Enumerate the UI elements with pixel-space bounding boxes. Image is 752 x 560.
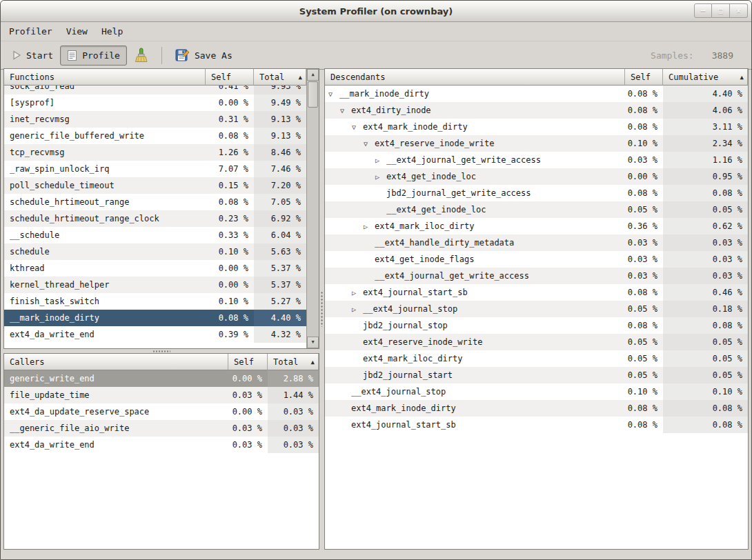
descendant-name-cell: ext4_journal_start_sb bbox=[325, 417, 625, 433]
table-row[interactable]: ext4_da_write_end 0.03 % 0.03 % bbox=[4, 437, 319, 453]
table-row[interactable]: _raw_spin_unlock_irq 7.07 % 7.46 % bbox=[4, 161, 306, 177]
tree-row[interactable]: ext4_reserve_inode_write 0.05 % 0.05 % bbox=[325, 334, 748, 350]
table-row[interactable]: file_update_time 0.03 % 1.44 % bbox=[4, 387, 319, 403]
table-row[interactable]: finish_task_switch 0.10 % 5.27 % bbox=[4, 293, 306, 310]
vertical-splitter[interactable] bbox=[319, 68, 324, 550]
scroll-up-button[interactable]: ▲ bbox=[307, 69, 319, 81]
tree-row[interactable]: jbd2_journal_get_write_access 0.08 % 0.0… bbox=[325, 185, 748, 201]
self-column-header[interactable]: Self bbox=[206, 69, 254, 86]
close-button[interactable]: ✕ bbox=[730, 3, 748, 18]
tree-row[interactable]: ext4_mark_inode_dirty 0.08 % 0.08 % bbox=[325, 400, 748, 417]
self-percent-cell: 0.23 % bbox=[206, 210, 254, 227]
descendant-name-cell: ext4_mark_inode_dirty bbox=[325, 400, 625, 417]
expander-icon[interactable]: ▷ bbox=[375, 169, 386, 185]
table-row[interactable]: ext4_da_update_reserve_space 0.00 % 0.03… bbox=[4, 403, 319, 420]
table-row[interactable]: generic_write_end 0.00 % 2.88 % bbox=[4, 370, 319, 387]
tree-row[interactable]: jbd2_journal_stop 0.08 % 0.08 % bbox=[325, 317, 748, 334]
descendant-name-cell: ▷ext4_mark_iloc_dirty bbox=[325, 218, 625, 234]
cumulative-percent-cell: 0.62 % bbox=[663, 218, 748, 234]
titlebar[interactable]: System Profiler (on crownbay) – □ ✕ bbox=[1, 1, 751, 22]
scroll-down-button[interactable]: ▼ bbox=[307, 337, 319, 348]
table-row[interactable]: __schedule 0.33 % 6.04 % bbox=[4, 227, 306, 243]
start-button[interactable]: Start bbox=[5, 46, 60, 65]
descendant-name-cell: ext4_get_inode_flags bbox=[325, 251, 625, 268]
table-row[interactable]: poll_schedule_timeout 0.15 % 7.20 % bbox=[4, 177, 306, 194]
tree-row[interactable]: ▷__ext4_journal_get_write_access 0.03 % … bbox=[325, 152, 748, 168]
expander-icon[interactable]: ▽ bbox=[328, 86, 339, 102]
table-row[interactable]: schedule_hrtimeout_range 0.08 % 7.05 % bbox=[4, 194, 306, 210]
expander-icon[interactable]: ▷ bbox=[375, 152, 386, 168]
table-row[interactable]: __generic_file_aio_write 0.03 % 0.03 % bbox=[4, 420, 319, 437]
descendant-name-cell: jbd2_journal_get_write_access bbox=[325, 185, 625, 201]
descendant-name-cell: jbd2_journal_stop bbox=[325, 317, 625, 334]
tree-row[interactable]: ▷__ext4_journal_stop 0.05 % 0.18 % bbox=[325, 301, 748, 317]
table-row[interactable]: generic_file_buffered_write 0.08 % 9.13 … bbox=[4, 128, 306, 144]
expander-icon[interactable]: ▽ bbox=[364, 136, 375, 152]
tree-row[interactable]: ▽ext4_mark_inode_dirty 0.08 % 3.11 % bbox=[325, 119, 748, 135]
cumulative-percent-cell: 4.40 % bbox=[663, 86, 748, 102]
clear-button[interactable] bbox=[127, 43, 155, 68]
function-name-cell: _raw_spin_unlock_irq bbox=[4, 161, 206, 177]
tree-row[interactable]: ▷ext4_mark_iloc_dirty 0.36 % 0.62 % bbox=[325, 218, 748, 234]
self-percent-cell: 0.00 % bbox=[206, 94, 254, 111]
tree-row[interactable]: __ext4_handle_dirty_metadata 0.03 % 0.03… bbox=[325, 234, 748, 251]
tree-row[interactable]: ext4_get_inode_flags 0.03 % 0.03 % bbox=[325, 251, 748, 268]
cumulative-column-header[interactable]: Cumulative▲ bbox=[663, 69, 748, 86]
table-row[interactable]: sock_aio_read 0.41 % 9.93 % bbox=[4, 86, 306, 94]
table-row[interactable]: inet_recvmsg 0.31 % 9.13 % bbox=[4, 111, 306, 128]
tree-row[interactable]: __ext4_journal_get_write_access 0.03 % 0… bbox=[325, 268, 748, 284]
tree-row[interactable]: ▷ext4_journal_start_sb 0.08 % 0.46 % bbox=[325, 284, 748, 301]
menu-view[interactable]: View bbox=[59, 24, 95, 39]
function-name-cell: [sysprof] bbox=[4, 94, 206, 111]
tree-row[interactable]: __ext4_journal_stop 0.10 % 0.10 % bbox=[325, 383, 748, 400]
functions-column-header[interactable]: Functions bbox=[4, 69, 206, 86]
expander-icon[interactable]: ▽ bbox=[352, 119, 363, 135]
expander-icon[interactable]: ▷ bbox=[352, 301, 363, 317]
table-row[interactable]: kernel_thread_helper 0.00 % 5.37 % bbox=[4, 277, 306, 293]
menu-help[interactable]: Help bbox=[95, 24, 130, 39]
descendant-name-cell: ▷ext4_get_inode_loc bbox=[325, 168, 625, 185]
total-column-header[interactable]: Total▲ bbox=[254, 69, 306, 86]
tree-row[interactable]: ▷ext4_get_inode_loc 0.00 % 0.95 % bbox=[325, 168, 748, 185]
table-row[interactable]: schedule 0.10 % 5.63 % bbox=[4, 243, 306, 260]
cumulative-percent-cell: 0.03 % bbox=[663, 234, 748, 251]
tree-row[interactable]: ▽ext4_dirty_inode 0.08 % 4.06 % bbox=[325, 102, 748, 119]
table-row[interactable]: __mark_inode_dirty 0.08 % 4.40 % bbox=[4, 310, 306, 326]
total-percent-cell: 7.20 % bbox=[254, 177, 306, 194]
cumulative-percent-cell: 0.05 % bbox=[663, 367, 748, 383]
self-column-header[interactable]: Self bbox=[625, 69, 663, 86]
table-row[interactable]: tcp_recvmsg 1.26 % 8.46 % bbox=[4, 144, 306, 161]
table-row[interactable]: [sysprof] 0.00 % 9.49 % bbox=[4, 94, 306, 111]
self-column-header[interactable]: Self bbox=[228, 354, 268, 370]
tree-row[interactable]: jbd2_journal_start 0.05 % 0.05 % bbox=[325, 367, 748, 383]
tree-row[interactable]: ext4_journal_start_sb 0.08 % 0.08 % bbox=[325, 417, 748, 433]
tree-row[interactable]: ▽__mark_inode_dirty 0.08 % 4.40 % bbox=[325, 86, 748, 102]
descendants-column-header[interactable]: Descendants bbox=[325, 69, 625, 86]
window-title: System Profiler (on crownbay) bbox=[1, 1, 751, 21]
save-as-button[interactable]: Save As bbox=[168, 44, 239, 67]
table-row[interactable]: kthread 0.00 % 5.37 % bbox=[4, 260, 306, 277]
expander-icon[interactable]: ▽ bbox=[340, 103, 351, 119]
menu-profiler[interactable]: Profiler bbox=[2, 24, 59, 39]
self-percent-cell: 0.36 % bbox=[625, 218, 663, 234]
total-column-header[interactable]: Total▲ bbox=[268, 354, 319, 370]
functions-scrollbar[interactable]: ▲ ▼ bbox=[306, 69, 319, 348]
descendant-name-cell: ▽ext4_reserve_inode_write bbox=[325, 135, 625, 152]
maximize-button[interactable]: □ bbox=[712, 3, 730, 18]
tree-row[interactable]: ▽ext4_reserve_inode_write 0.10 % 2.34 % bbox=[325, 135, 748, 152]
total-percent-cell: 9.49 % bbox=[254, 94, 306, 111]
callers-column-header[interactable]: Callers bbox=[4, 354, 228, 370]
table-row[interactable]: ext4_da_write_end 0.39 % 4.32 % bbox=[4, 326, 306, 343]
tree-row[interactable]: __ext4_get_inode_loc 0.05 % 0.05 % bbox=[325, 201, 748, 218]
total-percent-cell: 0.03 % bbox=[268, 420, 319, 437]
expander-icon[interactable]: ▷ bbox=[352, 285, 363, 301]
scrollbar-thumb[interactable] bbox=[308, 81, 318, 108]
expander-icon[interactable]: ▷ bbox=[364, 219, 375, 234]
table-row[interactable]: schedule_hrtimeout_range_clock 0.23 % 6.… bbox=[4, 210, 306, 227]
profile-toggle-button[interactable]: Profile bbox=[60, 46, 127, 66]
descendant-name: ext4_dirty_inode bbox=[351, 106, 431, 115]
scrollbar-trough[interactable] bbox=[307, 81, 319, 337]
minimize-button[interactable]: – bbox=[694, 3, 712, 18]
self-percent-cell: 0.05 % bbox=[625, 334, 663, 350]
tree-row[interactable]: ext4_mark_iloc_dirty 0.05 % 0.05 % bbox=[325, 350, 748, 367]
